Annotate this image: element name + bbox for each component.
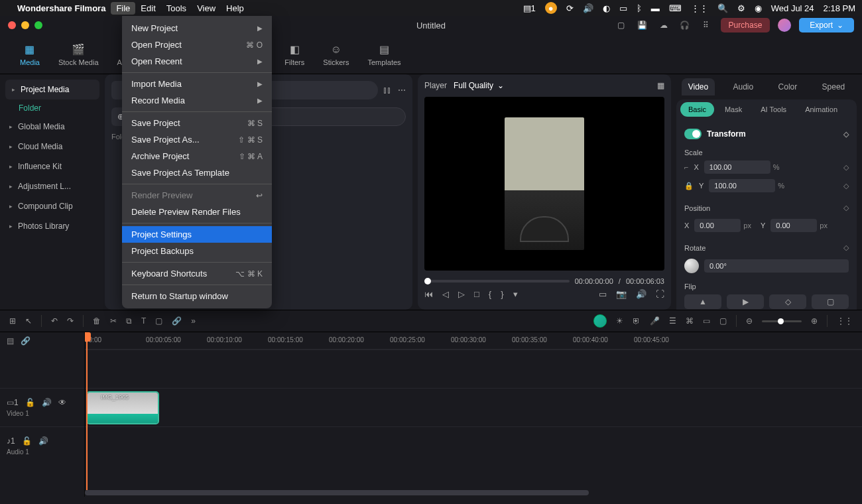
menu-help[interactable]: Help <box>226 3 244 13</box>
app-name[interactable]: Wondershare Filmora <box>17 3 105 13</box>
sub-tab-mask[interactable]: Mask <box>717 102 750 117</box>
menu-item-return-to-startup-window[interactable]: Return to Startup window <box>122 288 272 304</box>
tl-shield-icon[interactable]: ⛨ <box>633 316 641 326</box>
mic-icon[interactable]: ● <box>545 2 557 14</box>
snapshot-icon[interactable]: ▦ <box>657 81 664 90</box>
tl-frame-icon[interactable]: ▢ <box>719 316 727 326</box>
keyframe-diamond-icon[interactable]: ◇ <box>843 130 849 139</box>
sub-tab-ai-tools[interactable]: AI Tools <box>753 102 794 117</box>
timeline-body[interactable]: 00:0000:00:05:0000:00:10:0000:00:15:0000… <box>85 332 862 497</box>
keyboard-icon[interactable]: ⌨ <box>669 3 682 13</box>
menubar-date[interactable]: Wed Jul 24 <box>771 3 814 13</box>
zoom-out-button[interactable]: ⊖ <box>746 316 753 326</box>
menu-item-import-media[interactable]: Import Media▶ <box>122 76 272 92</box>
cut-button[interactable]: ✂ <box>110 316 117 326</box>
zoom-in-button[interactable]: ⊕ <box>811 316 818 326</box>
video-track[interactable]: IMG_1965 <box>85 388 862 426</box>
zoom-slider[interactable] <box>762 320 802 322</box>
menu-item-record-media[interactable]: Record Media▶ <box>122 92 272 109</box>
video-clip[interactable]: IMG_1965 <box>86 391 159 424</box>
sidebar-item-photos-library[interactable]: ▸Photos Library <box>0 216 105 236</box>
menubar-time[interactable]: 2:18 PM <box>824 3 855 13</box>
step-back-button[interactable]: ◁ <box>442 289 449 299</box>
volume-icon[interactable]: 🔊 <box>583 3 593 13</box>
track-mute-icon[interactable]: 🔊 <box>38 436 48 446</box>
redo-button[interactable]: ↷ <box>67 316 74 326</box>
ws-tab-stickers[interactable]: ☺Stickers <box>316 40 355 69</box>
scale-x-input[interactable] <box>704 160 770 174</box>
tl-mic-icon[interactable]: 🎤 <box>650 316 660 326</box>
menu-file[interactable]: File <box>111 2 135 15</box>
ws-tab-filters[interactable]: ◧Filters <box>278 40 311 69</box>
keyframe-diamond-icon[interactable]: ◇ <box>843 243 849 252</box>
user-avatar[interactable] <box>778 19 791 32</box>
track-lock-icon[interactable]: 🔓 <box>25 398 35 407</box>
link-button[interactable]: 🔗 <box>172 316 182 326</box>
scale-y-input[interactable] <box>709 179 775 192</box>
marker-dropdown[interactable]: ▾ <box>513 289 518 299</box>
tl-grid-icon[interactable]: ⊞ <box>9 316 16 326</box>
titlebar-save-icon[interactable]: 💾 <box>636 19 649 32</box>
audio-track[interactable] <box>85 426 862 465</box>
undo-button[interactable]: ↶ <box>51 316 58 326</box>
prop-tab-video[interactable]: Video <box>682 78 715 95</box>
keyframe-diamond-icon[interactable]: ◇ <box>843 163 849 172</box>
tl-tracks-icon[interactable]: ▤ <box>7 336 14 346</box>
keyframe-diamond-icon[interactable]: ◇ <box>843 204 849 212</box>
pos-y-input[interactable] <box>770 219 817 232</box>
sidebar-item-global-media[interactable]: ▸Global Media <box>0 117 105 137</box>
stop-button[interactable]: □ <box>474 289 479 299</box>
control-center-icon[interactable]: ⚙ <box>737 3 745 13</box>
copy-button[interactable]: ▢ <box>155 316 162 326</box>
track-mute-icon[interactable]: 🔊 <box>42 398 52 407</box>
timeline-ruler[interactable]: 00:0000:00:05:0000:00:10:0000:00:15:0000… <box>85 332 862 349</box>
preview-canvas[interactable] <box>424 97 664 271</box>
maximize-window-button[interactable] <box>34 21 42 29</box>
sidebar-item-cloud-media[interactable]: ▸Cloud Media <box>0 137 105 157</box>
more-icon[interactable]: ⋯ <box>398 86 406 95</box>
pos-x-input[interactable] <box>694 219 741 232</box>
status-sync-icon[interactable]: ⟳ <box>566 3 574 13</box>
flip-h-button[interactable]: ▲ <box>684 294 721 309</box>
sidebar-item-influence-kit[interactable]: ▸Influence Kit <box>0 157 105 176</box>
menu-item-save-project-as-template[interactable]: Save Project As Template <box>122 164 272 181</box>
prop-tab-speed[interactable]: Speed <box>816 78 852 95</box>
tl-sun-icon[interactable]: ☀ <box>616 316 623 326</box>
tl-settings-icon[interactable]: ⋮⋮ <box>837 316 853 326</box>
keyframe-diamond-icon[interactable]: ◇ <box>843 182 849 190</box>
menu-item-new-project[interactable]: New Project▶ <box>122 20 272 36</box>
ws-tab-stock-media[interactable]: 🎬Stock Media <box>52 40 105 69</box>
flip-4-button[interactable]: ▢ <box>812 294 849 309</box>
track-eye-icon[interactable]: 👁 <box>58 398 66 407</box>
menu-item-project-backups[interactable]: Project Backups <box>122 243 272 259</box>
export-button[interactable]: Export⌄ <box>799 18 854 32</box>
sidebar-item-compound-clip[interactable]: ▸Compound Clip <box>0 196 105 216</box>
titlebar-layout-icon[interactable]: ▢ <box>615 19 628 32</box>
sidebar-folder[interactable]: Folder <box>0 99 105 117</box>
bluetooth-icon[interactable]: ᛒ <box>637 3 642 13</box>
more-tl-button[interactable]: » <box>191 316 196 326</box>
text-button[interactable]: T <box>141 316 146 326</box>
menu-tools[interactable]: Tools <box>166 3 186 13</box>
menu-item-delete-preview-render-files[interactable]: Delete Preview Render Files <box>122 204 272 220</box>
sub-tab-animation[interactable]: Animation <box>797 102 845 117</box>
menu-item-save-project[interactable]: Save Project⌘ S <box>122 115 272 131</box>
track-video-icon[interactable]: ▭1 <box>7 398 19 407</box>
filter-icon[interactable]: ⫿⫿ <box>383 86 391 95</box>
tl-monitor-icon[interactable]: ▭ <box>703 316 710 326</box>
tl-list-icon[interactable]: ☰ <box>669 316 676 326</box>
tl-link-icon[interactable]: 🔗 <box>21 336 31 346</box>
rotate-input[interactable] <box>704 259 849 273</box>
menu-edit[interactable]: Edit <box>141 3 155 13</box>
track-lock-icon[interactable]: 🔓 <box>22 436 32 446</box>
display-icon[interactable]: ▭ <box>599 289 607 299</box>
transform-toggle[interactable] <box>684 129 702 139</box>
battery-icon[interactable]: ▬ <box>651 3 660 13</box>
flip-v-button[interactable]: ▶ <box>727 294 764 309</box>
sidebar-item-project-media[interactable]: ▸Project Media <box>5 80 99 99</box>
tl-magnet-icon[interactable]: ⌘ <box>686 316 694 326</box>
playhead[interactable] <box>86 332 88 490</box>
tl-select-icon[interactable]: ↖ <box>25 316 32 326</box>
quality-dropdown[interactable]: Full Quality ⌄ <box>454 81 504 90</box>
sidebar-item-adjustment-l-[interactable]: ▸Adjustment L... <box>0 176 105 196</box>
